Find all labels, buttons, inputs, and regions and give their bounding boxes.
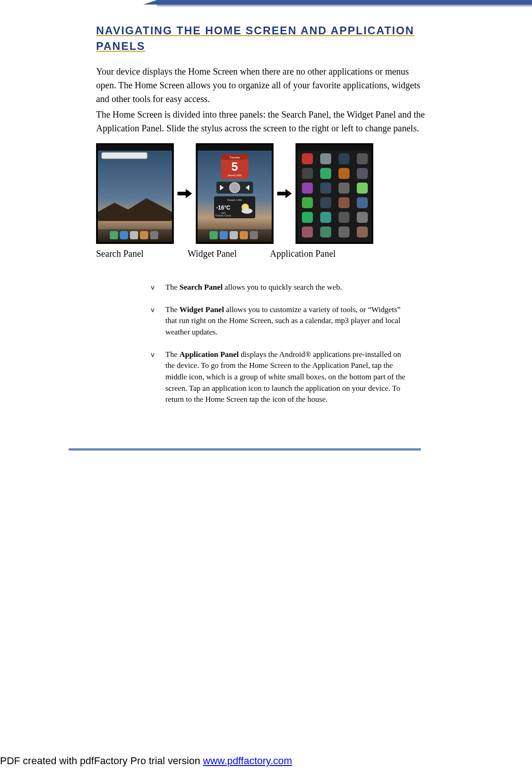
svg-rect-9 bbox=[150, 231, 158, 239]
bullet-marker: v bbox=[151, 304, 155, 338]
svg-rect-41 bbox=[339, 153, 349, 164]
svg-rect-58 bbox=[357, 212, 368, 223]
divider-rule bbox=[69, 448, 421, 451]
search-panel-screenshot bbox=[96, 143, 174, 244]
svg-rect-53 bbox=[339, 197, 349, 208]
svg-rect-43 bbox=[302, 168, 313, 179]
svg-rect-33 bbox=[230, 231, 238, 239]
svg-rect-39 bbox=[302, 153, 313, 164]
svg-rect-40 bbox=[320, 153, 331, 164]
svg-rect-6 bbox=[120, 231, 128, 239]
svg-rect-34 bbox=[240, 231, 248, 239]
svg-rect-52 bbox=[320, 197, 331, 208]
svg-rect-59 bbox=[302, 227, 313, 237]
svg-rect-42 bbox=[357, 153, 368, 164]
application-panel-screenshot bbox=[296, 143, 373, 244]
svg-rect-49 bbox=[339, 183, 349, 194]
arrow-right-icon bbox=[277, 189, 292, 198]
svg-rect-12 bbox=[198, 145, 272, 151]
intro-paragraph-2: The Home Screen is divided into three pa… bbox=[96, 108, 425, 135]
svg-rect-61 bbox=[339, 227, 349, 237]
svg-rect-32 bbox=[220, 231, 228, 239]
section-heading: NAVIGATING THE HOME SCREEN AND APPLICATI… bbox=[96, 23, 425, 54]
svg-rect-7 bbox=[130, 231, 138, 239]
svg-rect-48 bbox=[320, 183, 331, 194]
label-application-panel: Application Panel bbox=[270, 248, 361, 259]
svg-rect-3 bbox=[102, 152, 147, 159]
svg-rect-54 bbox=[357, 197, 368, 208]
svg-rect-45 bbox=[339, 168, 349, 179]
svg-rect-46 bbox=[357, 168, 368, 179]
arrow-right-icon bbox=[177, 189, 192, 198]
header-banner-shadow bbox=[157, 5, 532, 7]
svg-rect-57 bbox=[339, 212, 349, 223]
bullet-text: The Application Panel displays the Andro… bbox=[166, 349, 408, 405]
pdf-footer: PDF created with pdfFactory Pro trial ve… bbox=[0, 755, 292, 767]
svg-rect-47 bbox=[302, 183, 313, 194]
calendar-widget: Tuesday 5 January 2010 bbox=[221, 154, 248, 179]
svg-point-20 bbox=[230, 183, 239, 192]
bullet-marker: v bbox=[151, 349, 155, 405]
svg-text:Novell, USA: Novell, USA bbox=[227, 199, 242, 201]
svg-rect-35 bbox=[250, 231, 258, 239]
svg-rect-55 bbox=[302, 212, 313, 223]
svg-rect-5 bbox=[110, 231, 118, 239]
header-banner bbox=[157, 0, 532, 5]
list-item: v The Widget Panel allows you to customi… bbox=[151, 304, 407, 338]
svg-rect-50 bbox=[357, 183, 368, 194]
svg-rect-38 bbox=[297, 145, 371, 151]
svg-rect-44 bbox=[320, 168, 331, 179]
bullet-text: The Search Panel allows you to quickly s… bbox=[166, 282, 342, 293]
svg-rect-8 bbox=[140, 231, 148, 239]
svg-text:Partially Cloudy: Partially Cloudy bbox=[215, 214, 231, 217]
bullet-text: The Widget Panel allows you to customize… bbox=[166, 304, 408, 338]
panel-labels-row: Search Panel Widget Panel Application Pa… bbox=[96, 248, 425, 259]
svg-text:Tuesday: Tuesday bbox=[230, 156, 240, 159]
widget-panel-screenshot: Tuesday 5 January 2010 Novell, USA -16°C bbox=[196, 143, 274, 244]
label-search-panel: Search Panel bbox=[96, 248, 188, 259]
svg-rect-56 bbox=[320, 212, 331, 223]
svg-text:-16°C: -16°C bbox=[216, 205, 231, 211]
footer-link[interactable]: www.pdffactory.com bbox=[203, 755, 292, 766]
svg-point-29 bbox=[242, 208, 253, 214]
svg-rect-1 bbox=[98, 145, 172, 242]
bullet-list: v The Search Panel allows you to quickly… bbox=[151, 282, 407, 405]
svg-rect-2 bbox=[98, 145, 172, 151]
svg-rect-62 bbox=[357, 227, 368, 237]
svg-rect-60 bbox=[320, 227, 331, 237]
footer-text: PDF created with pdfFactory Pro trial ve… bbox=[0, 755, 203, 766]
svg-text:5: 5 bbox=[231, 160, 238, 173]
intro-paragraph-1: Your device displays the Home Screen whe… bbox=[96, 65, 425, 106]
svg-rect-51 bbox=[302, 197, 313, 208]
bullet-marker: v bbox=[151, 282, 155, 293]
music-widget bbox=[216, 182, 253, 194]
label-widget-panel: Widget Panel bbox=[188, 248, 270, 259]
list-item: v The Search Panel allows you to quickly… bbox=[151, 282, 407, 293]
list-item: v The Application Panel displays the And… bbox=[151, 349, 407, 405]
svg-text:January 2010: January 2010 bbox=[228, 174, 242, 177]
panels-illustration: Tuesday 5 January 2010 Novell, USA -16°C bbox=[96, 143, 425, 244]
svg-rect-31 bbox=[210, 231, 218, 239]
weather-widget: Novell, USA -16°C Light Partially Cloudy bbox=[214, 196, 255, 218]
